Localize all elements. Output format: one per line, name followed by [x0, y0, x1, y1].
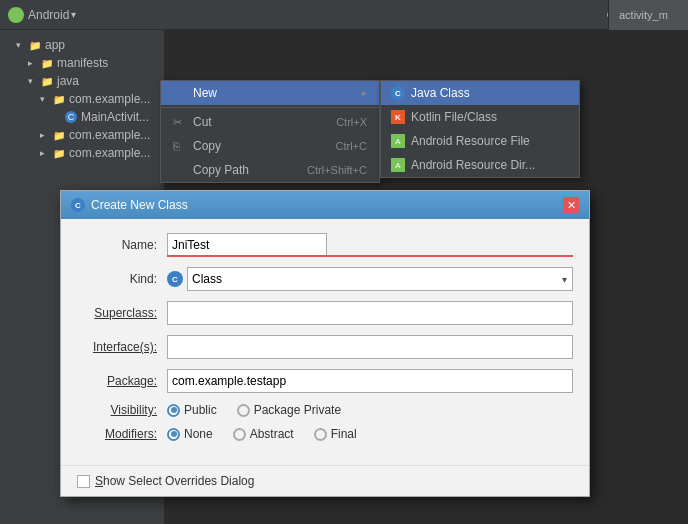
visibility-package-radio[interactable]: Package Private — [237, 403, 341, 417]
copy-icon: ⎘ — [173, 140, 187, 152]
superclass-input[interactable] — [167, 301, 573, 325]
folder-icon: 📁 — [52, 92, 66, 106]
dialog-class-icon: C — [71, 198, 85, 212]
cut-shortcut: Ctrl+X — [336, 116, 367, 128]
copy-path-shortcut: Ctrl+Shift+C — [307, 164, 367, 176]
menu-cut-label: ✂ Cut — [173, 115, 212, 129]
sidebar-item-mainactivity[interactable]: C MainActivit... — [0, 108, 164, 126]
expand-arrow: ▾ — [28, 76, 40, 86]
copy-shortcut: Ctrl+C — [336, 140, 367, 152]
expand-arrow: ▸ — [28, 58, 40, 68]
tree-item-label: com.example... — [69, 92, 150, 106]
create-new-class-dialog: C Create New Class ✕ Name: Kind: C Class — [60, 190, 590, 497]
name-row: Name: — [77, 233, 573, 257]
cut-icon: ✂ — [173, 116, 187, 129]
class-select-icon: C — [167, 271, 183, 287]
dialog-footer: Show Select Overrides Dialog — [61, 465, 589, 496]
folder-icon: 📁 — [52, 128, 66, 142]
kind-row: Kind: C Class Interface Enum Annotation … — [77, 267, 573, 291]
menu-copypath-label: Copy Path — [173, 163, 249, 177]
show-overrides-checkbox[interactable] — [77, 475, 90, 488]
expand-arrow: ▸ — [40, 130, 52, 140]
sidebar-item-com2[interactable]: ▸ 📁 com.example... — [0, 126, 164, 144]
interfaces-label: Interface(s): — [77, 340, 167, 354]
menu-separator — [161, 107, 379, 108]
radio-circle-none — [167, 428, 180, 441]
radio-circle-package — [237, 404, 250, 417]
kind-label: Kind: — [77, 272, 167, 286]
tree-item-label: app — [45, 38, 65, 52]
modifier-none-radio[interactable]: None — [167, 427, 213, 441]
top-toolbar: Android ▾ ⊕ ≡ ⚙ — activity_m — [0, 0, 688, 30]
toolbar-arrow[interactable]: ▾ — [71, 9, 76, 20]
submenu-item-java-class[interactable]: C Java Class — [381, 81, 579, 105]
dialog-title-area: C Create New Class — [71, 198, 188, 212]
visibility-radio-group: Public Package Private — [167, 403, 573, 417]
context-menu: New ▸ ✂ Cut Ctrl+X ⎘ Copy Ctrl+C Copy Pa… — [160, 80, 380, 183]
folder-icon: 📁 — [28, 38, 42, 52]
show-overrides-label: Show Select Overrides Dialog — [95, 474, 254, 488]
modifier-abstract-radio[interactable]: Abstract — [233, 427, 294, 441]
kind-select[interactable]: Class Interface Enum Annotation — [187, 267, 573, 291]
package-row: Package: — [77, 369, 573, 393]
sidebar-item-java[interactable]: ▾ 📁 java — [0, 72, 164, 90]
submenu-item-kotlin[interactable]: K Kotlin File/Class — [381, 105, 579, 129]
dialog-body: Name: Kind: C Class Interface Enum Annot… — [61, 219, 589, 465]
name-label: Name: — [77, 238, 167, 252]
modifier-final-radio[interactable]: Final — [314, 427, 357, 441]
submenu-item-android-resource-file[interactable]: A Android Resource File — [381, 129, 579, 153]
menu-item-copy[interactable]: ⎘ Copy Ctrl+C — [161, 134, 379, 158]
expand-arrow: ▾ — [40, 94, 52, 104]
dialog-title-text: Create New Class — [91, 198, 188, 212]
dialog-titlebar: C Create New Class ✕ — [61, 191, 589, 219]
tree-item-label: com.example... — [69, 128, 150, 142]
menu-new-label: New — [173, 86, 217, 100]
menu-item-new[interactable]: New ▸ — [161, 81, 379, 105]
sidebar-item-manifests[interactable]: ▸ 📁 manifests — [0, 54, 164, 72]
package-label: Package: — [77, 374, 167, 388]
menu-copy-label: ⎘ Copy — [173, 139, 221, 153]
expand-arrow: ▸ — [40, 148, 52, 158]
folder-icon: 📁 — [40, 74, 54, 88]
android-logo-icon — [8, 7, 24, 23]
class-icon: C — [64, 110, 78, 124]
submenu-item-android-resource-dir[interactable]: A Android Resource Dir... — [381, 153, 579, 177]
superclass-row: Superclass: — [77, 301, 573, 325]
tree-item-label: MainActivit... — [81, 110, 149, 124]
modifiers-radio-group: None Abstract Final — [167, 427, 573, 441]
menu-item-cut[interactable]: ✂ Cut Ctrl+X — [161, 110, 379, 134]
java-class-icon: C — [391, 86, 405, 100]
name-input-wrap — [167, 233, 573, 257]
android-resource-dir-icon: A — [391, 158, 405, 172]
radio-circle-final — [314, 428, 327, 441]
visibility-label: Visibility: — [77, 403, 167, 417]
sidebar-item-com3[interactable]: ▸ 📁 com.example... — [0, 144, 164, 162]
radio-circle-public — [167, 404, 180, 417]
sidebar-item-com1[interactable]: ▾ 📁 com.example... — [0, 90, 164, 108]
submenu-new: C Java Class K Kotlin File/Class A Andro… — [380, 80, 580, 178]
modifiers-label: Modifiers: — [77, 427, 167, 441]
tab-bar: activity_m — [608, 0, 688, 30]
folder-icon: 📁 — [40, 56, 54, 70]
modifiers-row: Modifiers: None Abstract Final — [77, 427, 573, 441]
tree-item-label: manifests — [57, 56, 108, 70]
show-overrides-checkbox-item[interactable]: Show Select Overrides Dialog — [77, 474, 254, 488]
radio-circle-abstract — [233, 428, 246, 441]
kotlin-icon: K — [391, 110, 405, 124]
interfaces-row: Interface(s): — [77, 335, 573, 359]
name-input[interactable] — [167, 233, 327, 257]
interfaces-input[interactable] — [167, 335, 573, 359]
superclass-label: Superclass: — [77, 306, 167, 320]
visibility-public-radio[interactable]: Public — [167, 403, 217, 417]
tree-item-label: java — [57, 74, 79, 88]
sidebar-item-app[interactable]: ▾ 📁 app — [0, 36, 164, 54]
kind-select-wrap: C Class Interface Enum Annotation ▾ — [167, 267, 573, 291]
toolbar-title: Android — [28, 8, 69, 22]
tab-label[interactable]: activity_m — [619, 9, 668, 21]
folder-icon: 📁 — [52, 146, 66, 160]
submenu-arrow-icon: ▸ — [362, 88, 367, 98]
expand-arrow: ▾ — [16, 40, 28, 50]
menu-item-copy-path[interactable]: Copy Path Ctrl+Shift+C — [161, 158, 379, 182]
dialog-close-button[interactable]: ✕ — [563, 197, 579, 213]
package-input[interactable] — [167, 369, 573, 393]
